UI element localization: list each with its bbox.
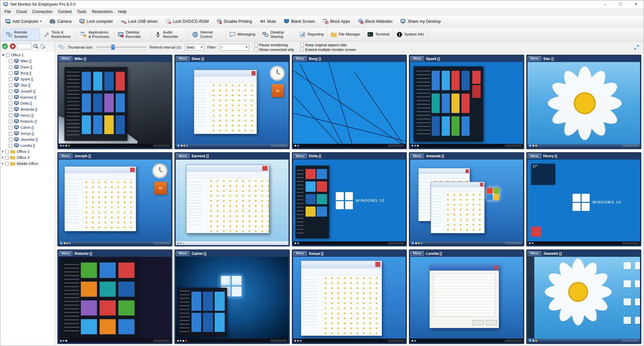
mode-desktop-recorder-button[interactable]: Desktop Recorder — [114, 28, 152, 41]
tree-computer-dave[interactable]: Dave [] — [0, 64, 55, 70]
tree-computer-borg[interactable]: Borg [] — [0, 70, 55, 76]
checkbox[interactable] — [9, 120, 12, 123]
expand-icon[interactable] — [2, 162, 4, 165]
tree-computer-joseph[interactable]: Joseph [] — [0, 88, 55, 94]
checkbox[interactable] — [9, 138, 12, 141]
mode-applications-processes-button[interactable]: Applications & Processes — [77, 28, 114, 41]
thumbnail-size-slider[interactable] — [96, 44, 147, 51]
remote-screen[interactable]: 12 — [59, 160, 171, 245]
menu-button[interactable]: Menu — [176, 251, 190, 256]
mode-terminal-button[interactable]: Terminal — [364, 28, 393, 41]
tree-computer-henry[interactable]: Henry [] — [0, 112, 55, 118]
remote-screen[interactable] — [410, 62, 523, 148]
expand-icon[interactable] — [2, 156, 4, 159]
toolbar-camera-button[interactable]: Camera — [47, 17, 74, 26]
tree-computer-earnest[interactable]: Earnest [] — [0, 94, 55, 100]
toolbar-mute-button[interactable]: Mute — [257, 17, 279, 26]
toolbar-lock-usb-drives-button[interactable]: Lock USB drives — [118, 17, 161, 26]
menu-button[interactable]: Menu — [59, 154, 72, 158]
menu-button[interactable]: Menu — [410, 56, 424, 61]
checkbox[interactable] — [9, 96, 12, 99]
refresh-interval-select[interactable]: (live) — [185, 44, 204, 51]
menu-button[interactable]: Menu — [59, 56, 72, 61]
checkbox[interactable] — [9, 71, 12, 75]
tree-computer-roberto[interactable]: Roberto [] — [0, 118, 55, 124]
tree-computer-della[interactable]: Della [] — [0, 100, 55, 106]
menu-context[interactable]: Context — [55, 9, 74, 15]
remote-screen[interactable] — [410, 160, 523, 245]
checkbox[interactable] — [5, 162, 9, 166]
checkbox[interactable] — [6, 53, 10, 57]
disconnect-button[interactable] — [9, 43, 16, 50]
remote-screen[interactable] — [293, 257, 406, 343]
tree-computer-star[interactable]: Star [] — [0, 82, 55, 88]
checkbox[interactable] — [5, 156, 9, 160]
remote-screen[interactable] — [293, 62, 406, 148]
remote-screen[interactable] — [176, 160, 288, 245]
mode-tools-restrictions-button[interactable]: Tools & Restrictions — [40, 28, 77, 41]
menu-file[interactable]: File — [2, 9, 13, 15]
checkbox[interactable] — [9, 114, 12, 117]
expand-icon[interactable] — [2, 150, 4, 153]
mode-remote-screens-button[interactable]: Remote Screens — [2, 28, 40, 41]
filter-select[interactable]: / — [220, 44, 249, 51]
menu-button[interactable]: Menu — [410, 251, 424, 256]
mode-desktop-sharing-button[interactable]: Desktop Sharing — [259, 28, 296, 41]
menu-button[interactable]: Menu — [293, 56, 307, 61]
remote-screen[interactable]: WINDOWS 10 — [293, 160, 406, 245]
toolbar-lock-computer-button[interactable]: Lock computer — [76, 17, 116, 26]
checkbox-keep-original-aspect-ratio[interactable]: Keep original aspect ratio — [300, 43, 356, 47]
menu-button[interactable]: Menu — [293, 154, 307, 158]
mode-reporting-button[interactable]: Reporting — [296, 28, 327, 41]
checkbox[interactable] — [9, 126, 12, 129]
checkbox[interactable] — [9, 65, 12, 69]
close-button[interactable]: ✕ — [628, 0, 644, 8]
tree-computer-sonya[interactable]: Sonya [] — [0, 130, 55, 136]
menu-button[interactable]: Menu — [176, 56, 190, 61]
tree-group-office-1[interactable]: Office 1 — [0, 52, 55, 58]
maximize-button[interactable]: ☐ — [613, 0, 628, 8]
tree-group-middle-office[interactable]: Middle Office — [0, 161, 55, 167]
mode-messaging-button[interactable]: Messaging — [226, 28, 259, 41]
toolbar-block-apps-button[interactable]: Block Apps — [320, 17, 353, 26]
remote-screen[interactable] — [59, 62, 171, 148]
tree-computer-mike[interactable]: Mike [] — [0, 58, 55, 64]
search-button[interactable] — [33, 43, 39, 49]
mode-file-manager-button[interactable]: File Manager — [327, 28, 364, 41]
search-input[interactable] — [17, 43, 32, 49]
tree-group-office-2[interactable]: Office 2 — [0, 149, 55, 155]
checkbox[interactable] — [9, 59, 12, 63]
menu-connection[interactable]: Connection — [30, 9, 55, 15]
toolbar-share-my-desktop-button[interactable]: Share my Desktop — [397, 17, 443, 26]
toolbar-disable-printing-button[interactable]: Disable Printing — [214, 17, 255, 26]
checkbox[interactable] — [9, 102, 12, 105]
menu-button[interactable]: Menu — [176, 154, 190, 158]
menu-button[interactable]: Menu — [528, 154, 541, 158]
mode-internet-control-button[interactable]: Internet Control — [189, 28, 226, 41]
menu-button[interactable]: Menu — [528, 56, 541, 61]
mode-audio-recorder-button[interactable]: Audio Recorder — [152, 28, 189, 41]
checkbox[interactable] — [9, 83, 12, 87]
tree-group-office-3[interactable]: Office 3 — [0, 155, 55, 161]
checkbox[interactable] — [9, 132, 12, 135]
connect-button[interactable] — [2, 43, 8, 50]
slider-handle[interactable] — [111, 45, 115, 50]
checkbox[interactable] — [9, 108, 12, 111]
checkbox-show-connected-only[interactable]: Show connected only — [254, 48, 294, 52]
remote-screen[interactable]: 12 — [176, 62, 288, 148]
checkbox[interactable] — [9, 144, 12, 148]
tree-computer-calvin[interactable]: Calvin [] — [0, 124, 55, 130]
tree-computer-jeanette[interactable]: Jeanette [] — [0, 136, 55, 142]
menu-tools[interactable]: Tools — [74, 9, 89, 15]
menu-restrictions[interactable]: Restrictions — [89, 9, 116, 15]
checkbox[interactable] — [5, 150, 9, 154]
menu-cloud[interactable]: Cloud — [13, 9, 29, 15]
toolbar-lock-dvd-cd-rom-button[interactable]: Lock DVD/CD-ROM — [163, 17, 211, 26]
tree-computer-loretta[interactable]: Loretta [] — [0, 142, 55, 149]
menu-button[interactable]: Menu — [293, 251, 307, 256]
minimize-button[interactable]: – — [597, 0, 613, 8]
remote-screen[interactable] — [410, 257, 523, 343]
checkbox-pause-monitoring[interactable]: Pause monitoring — [254, 43, 294, 47]
export-button[interactable] — [40, 43, 46, 49]
remote-screen[interactable] — [59, 257, 171, 343]
